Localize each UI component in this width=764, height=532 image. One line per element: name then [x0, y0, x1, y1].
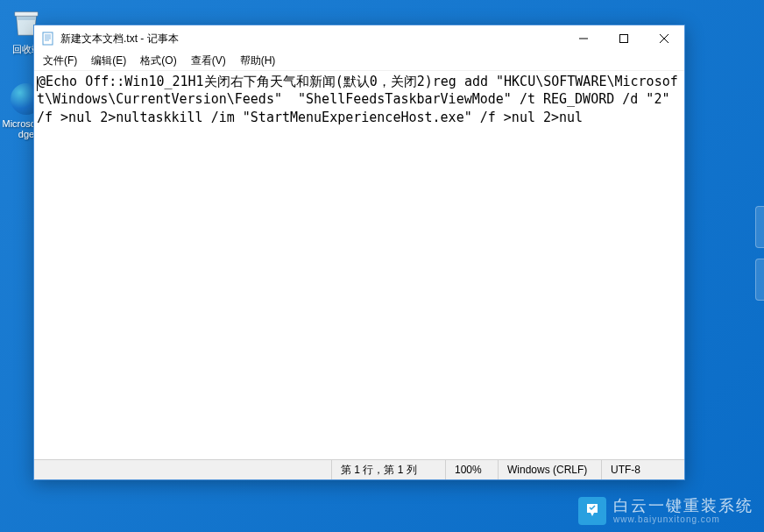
text-editor-area[interactable]: @Echo Off::Win10_21H1关闭右下角天气和新闻(默认0，关闭2)… — [34, 70, 684, 459]
watermark-logo-icon — [578, 497, 606, 525]
edge-panel-2[interactable] — [755, 259, 764, 301]
menu-view[interactable]: 查看(V) — [184, 52, 233, 70]
minimize-button[interactable] — [563, 25, 604, 52]
status-encoding: UTF-8 — [601, 460, 684, 479]
menu-format[interactable]: 格式(O) — [133, 52, 183, 70]
svg-rect-0 — [15, 12, 39, 17]
watermark-title: 白云一键重装系统 — [613, 498, 753, 515]
maximize-button[interactable] — [604, 25, 644, 52]
editor-content: @Echo Off::Win10_21H1关闭右下角天气和新闻(默认0，关闭2)… — [37, 74, 678, 125]
close-button[interactable] — [644, 25, 684, 52]
statusbar: 第 1 行，第 1 列 100% Windows (CRLF) UTF-8 — [34, 459, 684, 479]
svg-rect-7 — [620, 35, 628, 43]
edge-panel-1[interactable] — [755, 206, 764, 248]
watermark: 白云一键重装系统 www.baiyunxitong.com — [578, 497, 753, 525]
menu-help[interactable]: 帮助(H) — [233, 52, 283, 70]
watermark-url: www.baiyunxitong.com — [613, 514, 753, 524]
text-cursor — [37, 76, 38, 91]
titlebar[interactable]: 新建文本文档.txt - 记事本 — [34, 25, 684, 52]
notepad-app-icon — [41, 32, 55, 46]
right-edge-panels — [755, 206, 764, 311]
menu-file[interactable]: 文件(F) — [36, 52, 84, 70]
status-position: 第 1 行，第 1 列 — [331, 460, 445, 479]
status-zoom: 100% — [445, 460, 498, 479]
window-title: 新建文本文档.txt - 记事本 — [60, 32, 563, 46]
notepad-window: 新建文本文档.txt - 记事本 文件(F) 编辑(E) 格式(O) 查看(V)… — [33, 25, 685, 480]
menubar: 文件(F) 编辑(E) 格式(O) 查看(V) 帮助(H) — [34, 52, 684, 70]
window-controls — [563, 25, 684, 52]
status-eol: Windows (CRLF) — [498, 460, 601, 479]
menu-edit[interactable]: 编辑(E) — [84, 52, 133, 70]
